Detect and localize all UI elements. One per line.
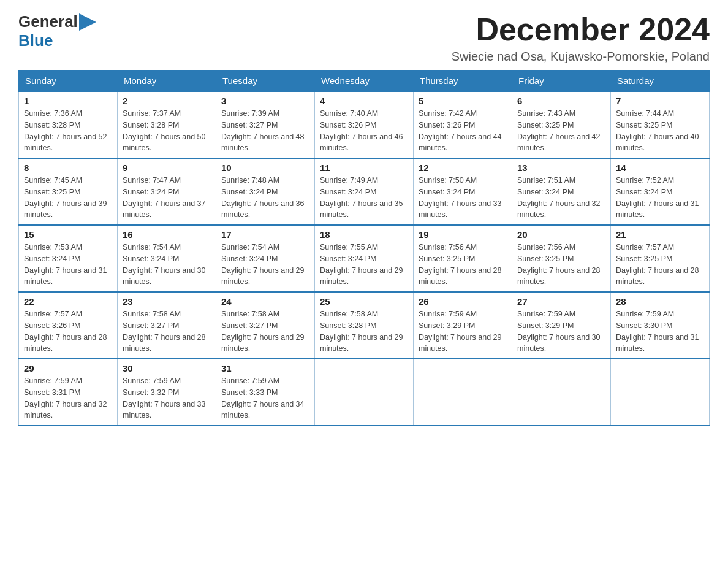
day-number: 31	[221, 363, 309, 373]
month-title: December 2024	[452, 12, 710, 47]
calendar-table: Sunday Monday Tuesday Wednesday Thursday…	[18, 70, 710, 426]
calendar-cell: 11 Sunrise: 7:49 AMSunset: 3:24 PMDaylig…	[315, 158, 414, 225]
calendar-week-1: 1 Sunrise: 7:36 AMSunset: 3:28 PMDayligh…	[19, 91, 710, 158]
day-number: 9	[123, 163, 211, 173]
day-number: 12	[419, 163, 507, 173]
calendar-week-2: 8 Sunrise: 7:45 AMSunset: 3:25 PMDayligh…	[19, 158, 710, 225]
day-info: Sunrise: 7:51 AMSunset: 3:24 PMDaylight:…	[517, 176, 601, 219]
day-info: Sunrise: 7:58 AMSunset: 3:28 PMDaylight:…	[320, 310, 403, 353]
day-info: Sunrise: 7:59 AMSunset: 3:31 PMDaylight:…	[24, 377, 107, 419]
day-info: Sunrise: 7:43 AMSunset: 3:25 PMDaylight:…	[517, 109, 601, 152]
calendar-cell: 15 Sunrise: 7:53 AMSunset: 3:24 PMDaylig…	[19, 225, 118, 292]
day-number: 30	[123, 363, 211, 373]
day-info: Sunrise: 7:56 AMSunset: 3:25 PMDaylight:…	[419, 243, 502, 286]
calendar-cell: 14 Sunrise: 7:52 AMSunset: 3:24 PMDaylig…	[611, 158, 710, 225]
day-number: 21	[616, 229, 704, 240]
day-info: Sunrise: 7:56 AMSunset: 3:25 PMDaylight:…	[517, 243, 601, 286]
calendar-cell	[512, 359, 611, 426]
day-number: 27	[517, 296, 605, 307]
day-number: 1	[24, 96, 112, 106]
day-number: 28	[616, 296, 704, 307]
day-info: Sunrise: 7:36 AMSunset: 3:28 PMDaylight:…	[24, 109, 107, 152]
day-number: 19	[419, 229, 507, 240]
calendar-cell: 21 Sunrise: 7:57 AMSunset: 3:25 PMDaylig…	[611, 225, 710, 292]
calendar-cell: 30 Sunrise: 7:59 AMSunset: 3:32 PMDaylig…	[118, 359, 216, 426]
day-info: Sunrise: 7:49 AMSunset: 3:24 PMDaylight:…	[320, 176, 403, 219]
logo: General Blue	[18, 12, 96, 50]
logo-arrow-icon	[79, 13, 96, 31]
calendar-cell: 18 Sunrise: 7:55 AMSunset: 3:24 PMDaylig…	[315, 225, 414, 292]
calendar-cell: 1 Sunrise: 7:36 AMSunset: 3:28 PMDayligh…	[19, 91, 118, 158]
day-info: Sunrise: 7:59 AMSunset: 3:33 PMDaylight:…	[221, 377, 305, 419]
day-number: 29	[24, 363, 112, 373]
calendar-cell: 23 Sunrise: 7:58 AMSunset: 3:27 PMDaylig…	[118, 292, 216, 359]
calendar-cell: 7 Sunrise: 7:44 AMSunset: 3:25 PMDayligh…	[611, 91, 710, 158]
day-info: Sunrise: 7:50 AMSunset: 3:24 PMDaylight:…	[419, 176, 502, 219]
day-info: Sunrise: 7:54 AMSunset: 3:24 PMDaylight:…	[221, 243, 305, 286]
day-info: Sunrise: 7:59 AMSunset: 3:32 PMDaylight:…	[123, 377, 206, 419]
calendar-cell: 19 Sunrise: 7:56 AMSunset: 3:25 PMDaylig…	[414, 225, 512, 292]
svg-marker-0	[79, 13, 96, 31]
calendar-cell: 9 Sunrise: 7:47 AMSunset: 3:24 PMDayligh…	[118, 158, 216, 225]
day-info: Sunrise: 7:52 AMSunset: 3:24 PMDaylight:…	[616, 176, 699, 219]
calendar-cell: 27 Sunrise: 7:59 AMSunset: 3:29 PMDaylig…	[512, 292, 611, 359]
day-info: Sunrise: 7:47 AMSunset: 3:24 PMDaylight:…	[123, 176, 206, 219]
calendar-week-4: 22 Sunrise: 7:57 AMSunset: 3:26 PMDaylig…	[19, 292, 710, 359]
day-info: Sunrise: 7:48 AMSunset: 3:24 PMDaylight:…	[221, 176, 305, 219]
day-info: Sunrise: 7:59 AMSunset: 3:30 PMDaylight:…	[616, 310, 699, 353]
calendar-cell: 10 Sunrise: 7:48 AMSunset: 3:24 PMDaylig…	[216, 158, 315, 225]
day-number: 24	[221, 296, 309, 307]
calendar-week-3: 15 Sunrise: 7:53 AMSunset: 3:24 PMDaylig…	[19, 225, 710, 292]
day-info: Sunrise: 7:57 AMSunset: 3:25 PMDaylight:…	[616, 243, 699, 286]
calendar-cell: 6 Sunrise: 7:43 AMSunset: 3:25 PMDayligh…	[512, 91, 611, 158]
day-number: 4	[320, 96, 408, 106]
day-info: Sunrise: 7:59 AMSunset: 3:29 PMDaylight:…	[517, 310, 601, 353]
header: General Blue December 2024 Swiecie nad O…	[18, 12, 710, 64]
header-thursday: Thursday	[414, 71, 512, 92]
header-tuesday: Tuesday	[216, 71, 315, 92]
calendar-cell: 22 Sunrise: 7:57 AMSunset: 3:26 PMDaylig…	[19, 292, 118, 359]
calendar-cell: 26 Sunrise: 7:59 AMSunset: 3:29 PMDaylig…	[414, 292, 512, 359]
day-number: 10	[221, 163, 309, 173]
calendar-cell: 5 Sunrise: 7:42 AMSunset: 3:26 PMDayligh…	[414, 91, 512, 158]
calendar-cell	[315, 359, 414, 426]
day-info: Sunrise: 7:58 AMSunset: 3:27 PMDaylight:…	[123, 310, 206, 353]
calendar-cell: 16 Sunrise: 7:54 AMSunset: 3:24 PMDaylig…	[118, 225, 216, 292]
calendar-week-5: 29 Sunrise: 7:59 AMSunset: 3:31 PMDaylig…	[19, 359, 710, 426]
day-info: Sunrise: 7:40 AMSunset: 3:26 PMDaylight:…	[320, 109, 403, 152]
day-info: Sunrise: 7:53 AMSunset: 3:24 PMDaylight:…	[24, 243, 107, 286]
day-info: Sunrise: 7:37 AMSunset: 3:28 PMDaylight:…	[123, 109, 206, 152]
day-info: Sunrise: 7:54 AMSunset: 3:24 PMDaylight:…	[123, 243, 206, 286]
calendar-cell: 13 Sunrise: 7:51 AMSunset: 3:24 PMDaylig…	[512, 158, 611, 225]
day-number: 17	[221, 229, 309, 240]
day-info: Sunrise: 7:59 AMSunset: 3:29 PMDaylight:…	[419, 310, 502, 353]
header-saturday: Saturday	[611, 71, 710, 92]
day-number: 13	[517, 163, 605, 173]
day-number: 22	[24, 296, 112, 307]
day-info: Sunrise: 7:45 AMSunset: 3:25 PMDaylight:…	[24, 176, 107, 219]
day-info: Sunrise: 7:42 AMSunset: 3:26 PMDaylight:…	[419, 109, 502, 152]
calendar-cell: 2 Sunrise: 7:37 AMSunset: 3:28 PMDayligh…	[118, 91, 216, 158]
calendar-cell: 24 Sunrise: 7:58 AMSunset: 3:27 PMDaylig…	[216, 292, 315, 359]
day-number: 11	[320, 163, 408, 173]
calendar-cell: 29 Sunrise: 7:59 AMSunset: 3:31 PMDaylig…	[19, 359, 118, 426]
day-number: 2	[123, 96, 211, 106]
day-number: 6	[517, 96, 605, 106]
day-number: 8	[24, 163, 112, 173]
day-info: Sunrise: 7:39 AMSunset: 3:27 PMDaylight:…	[221, 109, 305, 152]
calendar-cell: 12 Sunrise: 7:50 AMSunset: 3:24 PMDaylig…	[414, 158, 512, 225]
day-number: 14	[616, 163, 704, 173]
calendar-cell	[611, 359, 710, 426]
calendar-header-row: Sunday Monday Tuesday Wednesday Thursday…	[19, 71, 710, 92]
location-subtitle: Swiecie nad Osa, Kujawsko-Pomorskie, Pol…	[452, 50, 710, 64]
calendar-cell: 3 Sunrise: 7:39 AMSunset: 3:27 PMDayligh…	[216, 91, 315, 158]
calendar-cell: 4 Sunrise: 7:40 AMSunset: 3:26 PMDayligh…	[315, 91, 414, 158]
calendar-cell: 25 Sunrise: 7:58 AMSunset: 3:28 PMDaylig…	[315, 292, 414, 359]
calendar-cell: 17 Sunrise: 7:54 AMSunset: 3:24 PMDaylig…	[216, 225, 315, 292]
day-number: 5	[419, 96, 507, 106]
day-info: Sunrise: 7:58 AMSunset: 3:27 PMDaylight:…	[221, 310, 305, 353]
logo-blue-text: Blue	[18, 31, 53, 50]
logo-general-text: General	[18, 12, 78, 31]
title-area: December 2024 Swiecie nad Osa, Kujawsko-…	[452, 12, 710, 64]
day-number: 16	[123, 229, 211, 240]
